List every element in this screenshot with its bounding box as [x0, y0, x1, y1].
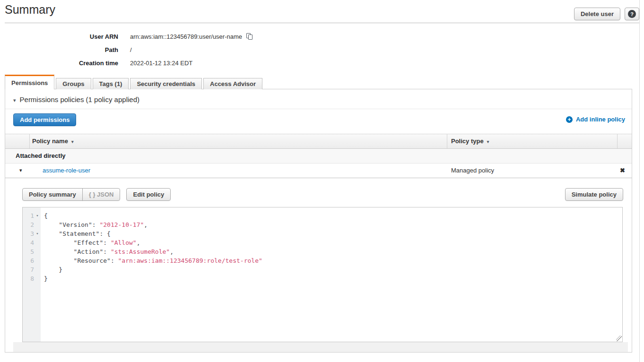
sort-caret-icon: ▾ — [71, 139, 74, 144]
help-icon: ? — [628, 10, 636, 18]
policy-name-column-header[interactable]: Policy name▾ — [32, 134, 73, 148]
permissions-tab-panel: ▾Permissions policies (1 policy applied)… — [5, 89, 632, 353]
fold-caret-icon[interactable]: ▾ — [34, 229, 41, 238]
tab-groups[interactable]: Groups — [56, 78, 91, 89]
attached-directly-group-row: Attached directly — [5, 149, 632, 164]
policy-name-link[interactable]: assume-role-user — [43, 164, 90, 177]
policy-table-header: Policy name▾ Policy type▾ — [5, 134, 632, 149]
page-title: Summary — [5, 3, 55, 17]
path-label: Path — [5, 46, 118, 53]
code-line: "Effect": "Allow", — [44, 238, 622, 247]
json-view-button[interactable]: { } JSON — [82, 188, 121, 201]
delete-user-button[interactable]: Delete user — [574, 8, 620, 20]
policy-name-header-label: Policy name — [32, 138, 68, 145]
simulate-policy-button[interactable]: Simulate policy — [565, 188, 623, 201]
permissions-policies-section-title: Permissions policies (1 policy applied) — [20, 95, 139, 103]
fold-caret-icon — [34, 247, 41, 256]
code-line: "Version": "2012-10-17", — [44, 220, 622, 229]
policy-view-switcher: Policy summary { } JSON Edit policy — [22, 188, 171, 201]
code-line: { — [44, 211, 622, 220]
policy-table-row: ▾ assume-role-user Managed policy ✖ — [5, 164, 632, 178]
policy-type-value: Managed policy — [451, 164, 494, 177]
creation-time-value: 2022-01-12 13:24 EDT — [130, 60, 192, 67]
copy-icon[interactable] — [246, 33, 253, 40]
policy-detail-panel: Policy summary { } JSON Edit policy Simu… — [5, 179, 632, 352]
tab-access-advisor[interactable]: Access Advisor — [203, 78, 262, 89]
code-line: "Resource": "arn:aws:iam::123456789:role… — [44, 256, 622, 265]
gutter-row: 3▾ — [23, 229, 41, 238]
fold-caret-icon[interactable]: ▾ — [34, 211, 41, 220]
detail-bottom-strip — [13, 342, 628, 352]
iam-user-summary-page: Summary Delete user ? User ARN arn:aws:i… — [0, 0, 644, 362]
copy-icon-front-page — [248, 34, 252, 40]
user-arn-value: arn:aws:iam::123456789:user/user-name — [130, 33, 253, 40]
edit-policy-button[interactable]: Edit policy — [126, 188, 171, 201]
tab-bar: Permissions Groups Tags (1) Security cre… — [5, 75, 264, 89]
section-divider — [5, 109, 632, 109]
line-number: 5 — [23, 247, 34, 256]
line-number: 6 — [23, 256, 34, 265]
creation-time-label: Creation time — [5, 60, 118, 67]
add-permissions-button[interactable]: Add permissions — [13, 113, 76, 126]
column-separator — [617, 134, 618, 148]
column-separator — [29, 134, 30, 148]
plus-icon: + — [566, 116, 573, 123]
tab-permissions[interactable]: Permissions — [5, 75, 54, 89]
line-number: 1 — [23, 211, 34, 220]
fold-caret-icon — [34, 256, 41, 265]
code-line: "Statement": { — [44, 229, 622, 238]
line-number: 8 — [23, 274, 34, 283]
gutter-row: 4 — [23, 238, 41, 247]
permissions-policies-section-toggle[interactable]: ▾Permissions policies (1 policy applied) — [13, 95, 139, 103]
section-caret-icon: ▾ — [13, 97, 16, 103]
gutter-row: 8 — [23, 274, 41, 283]
fold-caret-icon — [34, 274, 41, 283]
path-row: Path / — [5, 46, 132, 53]
fold-caret-icon — [34, 220, 41, 229]
code-line: } — [44, 265, 622, 274]
gutter-row: 2 — [23, 220, 41, 229]
editor-resize-handle[interactable] — [616, 336, 622, 341]
user-arn-label: User ARN — [5, 33, 118, 40]
fold-caret-icon — [34, 238, 41, 247]
add-inline-policy-label: Add inline policy — [576, 116, 625, 123]
sort-caret-icon: ▾ — [487, 139, 489, 144]
gutter-row: 5 — [23, 247, 41, 256]
add-inline-policy-link[interactable]: +Add inline policy — [566, 116, 625, 123]
code-line: } — [44, 274, 622, 283]
tab-tags[interactable]: Tags (1) — [93, 78, 129, 89]
header-actions: Delete user ? — [574, 8, 639, 20]
policy-summary-button[interactable]: Policy summary — [22, 188, 83, 201]
path-value: / — [130, 46, 132, 53]
tab-security-credentials[interactable]: Security credentials — [130, 78, 202, 89]
gutter-row: 7 — [23, 265, 41, 274]
gutter-row: 6 — [23, 256, 41, 265]
editor-code-area[interactable]: { "Version": "2012-10-17", "Statement": … — [41, 207, 622, 342]
detach-policy-icon[interactable]: ✖ — [620, 164, 625, 177]
policy-json-editor[interactable]: 1▾ 2 3▾ 4 5 6 7 8 { "Version": "2012-10-… — [22, 207, 623, 342]
user-arn-text: arn:aws:iam::123456789:user/user-name — [130, 33, 242, 40]
line-number: 4 — [23, 238, 34, 247]
line-number: 3 — [23, 229, 34, 238]
creation-time-row: Creation time 2022-01-12 13:24 EDT — [5, 59, 192, 67]
fold-caret-icon — [34, 265, 41, 274]
editor-line-number-gutter: 1▾ 2 3▾ 4 5 6 7 8 — [23, 207, 41, 342]
page-right-edge — [639, 0, 640, 362]
help-button[interactable]: ? — [625, 8, 639, 20]
policy-type-column-header[interactable]: Policy type▾ — [451, 134, 489, 148]
code-line: "Action": "sts:AssumeRole", — [44, 247, 622, 256]
gutter-row: 1▾ — [23, 211, 41, 220]
header-divider — [5, 23, 639, 23]
line-number: 2 — [23, 220, 34, 229]
attached-directly-label: Attached directly — [16, 149, 65, 163]
policy-type-header-label: Policy type — [451, 138, 484, 145]
user-arn-row: User ARN arn:aws:iam::123456789:user/use… — [5, 33, 253, 40]
row-expander-icon[interactable]: ▾ — [19, 164, 22, 177]
column-separator — [447, 134, 447, 148]
line-number: 7 — [23, 265, 34, 274]
